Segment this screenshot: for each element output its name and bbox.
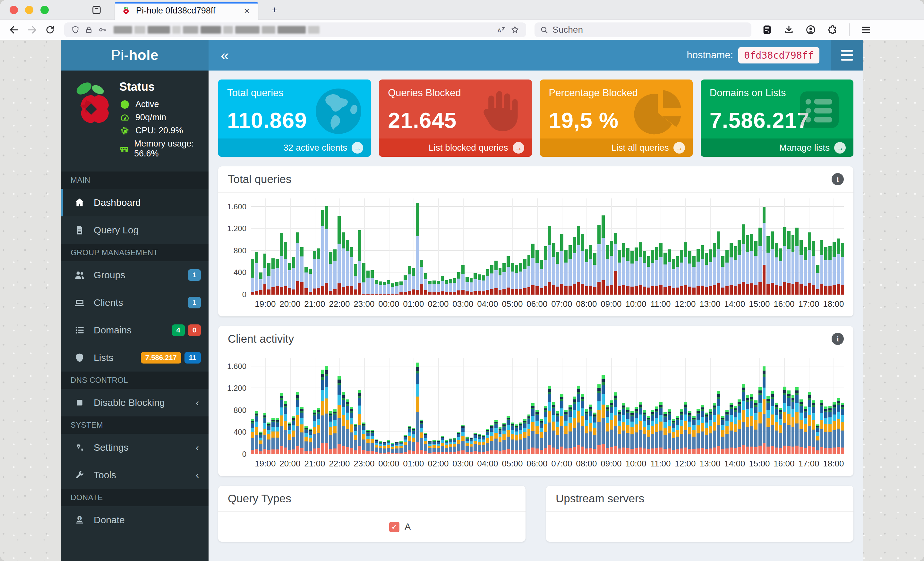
chart-bar[interactable] (375, 440, 378, 454)
chart-bar[interactable] (663, 412, 667, 454)
chart-bar[interactable] (494, 260, 498, 295)
chart-bar[interactable] (255, 411, 258, 454)
chart-bar[interactable] (449, 438, 452, 454)
chart-bar[interactable] (725, 250, 729, 295)
chart-bar[interactable] (259, 272, 262, 295)
chart-bar[interactable] (643, 251, 646, 295)
chart-bar[interactable] (552, 402, 555, 454)
chart-bar[interactable] (672, 419, 675, 454)
chart-bar[interactable] (354, 264, 357, 295)
chart-bar[interactable] (746, 395, 749, 454)
chart-bar[interactable] (841, 402, 844, 454)
chart-bar[interactable] (395, 442, 399, 454)
chart-bar[interactable] (775, 243, 778, 295)
chart-bar[interactable] (610, 400, 613, 454)
chart-bar[interactable] (313, 251, 316, 295)
card-footer-link[interactable]: List all queries→ (540, 139, 693, 157)
chart-bar[interactable] (692, 416, 696, 454)
chart-bar[interactable] (276, 259, 279, 295)
chart-bar[interactable] (470, 278, 473, 295)
chart-bar[interactable] (263, 254, 267, 295)
chart-bar[interactable] (379, 441, 382, 454)
minimize-window-button[interactable] (25, 6, 33, 14)
chart-bar[interactable] (614, 392, 617, 454)
chart-bar[interactable] (453, 438, 456, 454)
browser-tab[interactable]: Pi-hole 0fd38cd798ff × (115, 2, 258, 20)
chart-bar[interactable] (709, 250, 712, 295)
chart-bar[interactable] (399, 441, 403, 454)
chart-bar[interactable] (676, 416, 679, 454)
chart-bar[interactable] (788, 231, 790, 295)
chart-bar[interactable] (441, 276, 444, 295)
card-footer-link[interactable]: 32 active clients→ (218, 139, 371, 157)
chart-bar[interactable] (800, 399, 803, 454)
chart-bar[interactable] (634, 407, 638, 454)
chart-bar[interactable] (375, 280, 378, 295)
chart-bar[interactable] (432, 440, 436, 454)
chart-bar[interactable] (788, 390, 790, 454)
chart-bar[interactable] (420, 260, 423, 295)
chart-bar[interactable] (771, 232, 774, 295)
chart-bar[interactable] (531, 244, 534, 295)
chart-bar[interactable] (387, 280, 390, 295)
chart-bar[interactable] (362, 422, 365, 454)
chart-bar[interactable] (701, 405, 704, 454)
chart-bar[interactable] (338, 216, 341, 295)
chart-bar[interactable] (750, 234, 753, 295)
chart-bar[interactable] (280, 393, 283, 454)
chart-bar[interactable] (630, 411, 634, 454)
chart-bar[interactable] (763, 367, 766, 454)
chart-bar[interactable] (622, 403, 625, 454)
card-footer-link[interactable]: List blocked queries→ (379, 139, 532, 157)
reload-icon[interactable] (41, 22, 59, 37)
chart-bar[interactable] (568, 245, 572, 295)
chart-bar[interactable] (486, 269, 489, 295)
chart-bar[interactable] (507, 416, 510, 454)
chart-bar[interactable] (795, 227, 798, 295)
chart-bar[interactable] (630, 251, 634, 295)
chart-bar[interactable] (387, 440, 390, 455)
chart-bar[interactable] (734, 246, 737, 295)
chart-bar[interactable] (354, 424, 357, 454)
sidebar-item-settings[interactable]: Settings‹ (61, 434, 208, 461)
chart-bar[interactable] (544, 246, 547, 295)
chart-bar[interactable] (564, 410, 567, 454)
chart-bar[interactable] (523, 259, 526, 295)
chart-bar[interactable] (552, 243, 555, 295)
chart-bar[interactable] (445, 440, 448, 455)
chart-bar[interactable] (304, 426, 308, 454)
chart-bar[interactable] (284, 401, 287, 454)
chart-bar[interactable] (544, 406, 547, 454)
chart-bar[interactable] (606, 245, 609, 295)
chart-bar[interactable] (672, 259, 675, 295)
chart-bar[interactable] (523, 419, 526, 454)
chart-bar[interactable] (647, 256, 650, 295)
chart-bar[interactable] (346, 399, 349, 454)
chart-bar[interactable] (511, 263, 514, 295)
chart-bar[interactable] (255, 252, 258, 295)
chart-bar[interactable] (824, 407, 827, 454)
chart-bar[interactable] (457, 272, 460, 295)
tab-close-icon[interactable]: × (242, 6, 252, 16)
chart-bar[interactable] (408, 266, 411, 295)
sidebar-item-domains[interactable]: Domains40 (61, 316, 208, 344)
chart-bar[interactable] (795, 387, 798, 454)
chart-bar[interactable] (759, 227, 762, 295)
chart-bar[interactable] (288, 263, 291, 295)
forward-icon[interactable] (23, 22, 41, 37)
chart-bar[interactable] (734, 406, 737, 454)
chart-bar[interactable] (395, 282, 399, 295)
chart-bar[interactable] (313, 410, 316, 454)
chart-bar[interactable] (573, 396, 576, 454)
chart-bar[interactable] (593, 413, 596, 454)
chart-bar[interactable] (272, 258, 274, 295)
card-footer-link[interactable]: Manage lists→ (701, 139, 854, 157)
chart-bar[interactable] (832, 402, 836, 454)
chart-bar[interactable] (696, 409, 700, 454)
chart-bar[interactable] (366, 271, 370, 295)
chart-bar[interactable] (639, 242, 642, 295)
chart-bar[interactable] (577, 386, 580, 454)
menu-hamburger-icon[interactable] (861, 24, 872, 35)
chart-bar[interactable] (515, 425, 518, 454)
chart-bar[interactable] (292, 416, 296, 454)
